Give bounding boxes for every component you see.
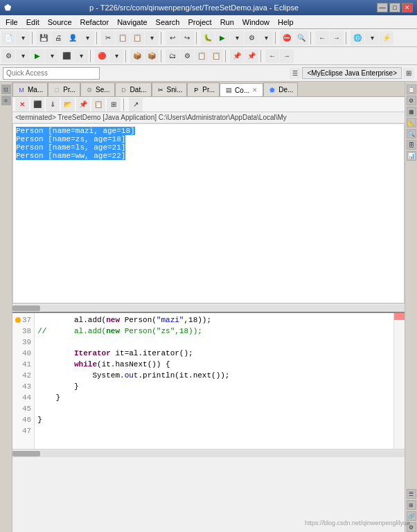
tab-se[interactable]: ⚙ Se... bbox=[80, 82, 115, 96]
toolbar2-btn8[interactable]: ▾ bbox=[109, 49, 123, 63]
toolbar2-btn4[interactable]: ▾ bbox=[45, 49, 59, 63]
menu-refactor[interactable]: Refactor bbox=[76, 17, 114, 28]
menu-run[interactable]: Run bbox=[216, 17, 238, 28]
tab-pr2[interactable]: P Pr... bbox=[187, 82, 220, 96]
menu-help[interactable]: Help bbox=[274, 17, 298, 28]
rs-icon-7[interactable]: 📊 bbox=[407, 151, 416, 161]
menu-file[interactable]: File bbox=[1, 17, 22, 28]
toolbar-btn17[interactable]: ▾ bbox=[259, 31, 273, 45]
debug-button[interactable]: 🐛 bbox=[201, 31, 215, 45]
toolbar-btn12[interactable]: ↪ bbox=[180, 31, 194, 45]
toolbar-btn21[interactable]: → bbox=[330, 31, 344, 45]
tab-de[interactable]: ⬟ De... bbox=[263, 82, 298, 96]
toolbar-btn18[interactable]: ⛔ bbox=[280, 31, 294, 45]
center-panel: M Ma... □ Pr... ⚙ Se... D Dat... ✂ Sni..… bbox=[12, 82, 405, 532]
toolbar2-btn6[interactable]: ▾ bbox=[74, 49, 88, 63]
toolbar2-btn13[interactable]: 📋 bbox=[195, 49, 208, 63]
toolbar-btn8[interactable]: 📋 bbox=[116, 31, 130, 45]
tab-dat[interactable]: D Dat... bbox=[115, 82, 152, 96]
left-icon-1[interactable]: ⊡ bbox=[1, 85, 11, 94]
tab-sni[interactable]: ✂ Sni... bbox=[152, 82, 188, 96]
toolbar-btn20[interactable]: ← bbox=[315, 31, 329, 45]
console-btn6[interactable]: 📋 bbox=[91, 98, 105, 112]
toolbar2-btn16[interactable]: 📌 bbox=[245, 49, 258, 63]
toolbar2-btn9[interactable]: 📦 bbox=[130, 49, 144, 63]
console-scroll-lock-btn[interactable]: ⇓ bbox=[46, 98, 60, 112]
quick-access-input[interactable] bbox=[3, 67, 100, 80]
console-hscroll[interactable] bbox=[12, 303, 405, 312]
code-scroll[interactable]: 37 38 39 40 41 42 43 44 45 46 47 al.add( bbox=[12, 313, 405, 449]
rs-icon-4[interactable]: 📐 bbox=[407, 118, 416, 127]
toolbar-btn11[interactable]: ↩ bbox=[166, 31, 179, 45]
toolbar-btn10[interactable]: ▾ bbox=[145, 31, 159, 45]
toolbar-btn4[interactable]: 🖨 bbox=[51, 31, 65, 45]
toolbar-btn19[interactable]: 🔍 bbox=[294, 31, 308, 45]
rs-icon-8[interactable]: ☰ bbox=[407, 489, 416, 499]
toolbar2-btn3[interactable]: ▶ bbox=[30, 49, 44, 63]
console-btn7[interactable]: ⊞ bbox=[107, 98, 121, 112]
toolbar-btn23[interactable]: ▾ bbox=[365, 31, 379, 45]
toolbar-btn15[interactable]: ▾ bbox=[230, 31, 244, 45]
toolbar2-btn14[interactable]: 📋 bbox=[209, 49, 223, 63]
toolbar-btn5[interactable]: 👤 bbox=[66, 31, 80, 45]
left-icon-2[interactable]: ≡ bbox=[1, 96, 11, 105]
code-line-42: System.out.println(it.next()); bbox=[37, 370, 391, 381]
toolbar2-btn12[interactable]: ⚙ bbox=[180, 49, 194, 63]
menu-window[interactable]: Window bbox=[238, 17, 274, 28]
menu-edit[interactable]: Edit bbox=[22, 17, 44, 28]
toolbar2-btn17[interactable]: ← bbox=[265, 49, 279, 63]
toolbar-btn22[interactable]: 🌐 bbox=[351, 31, 364, 45]
code-hscroll-thumb[interactable] bbox=[12, 451, 40, 456]
toolbar2-btn15[interactable]: 📌 bbox=[230, 49, 244, 63]
toolbar-btn7[interactable]: ✂ bbox=[101, 31, 115, 45]
toolbar-btn24[interactable]: ⚡ bbox=[380, 31, 393, 45]
tab-pr-icon: □ bbox=[53, 86, 61, 94]
run-button[interactable]: ▶ bbox=[215, 31, 229, 45]
menu-source[interactable]: Source bbox=[44, 17, 76, 28]
perspective-btn-icon[interactable]: ⊞ bbox=[403, 68, 414, 79]
console-btn8[interactable]: ↗ bbox=[129, 98, 143, 112]
menu-project[interactable]: Project bbox=[184, 17, 215, 28]
rs-icon-6[interactable]: 🗄 bbox=[407, 140, 416, 150]
tab-co-close[interactable]: ✕ bbox=[251, 87, 258, 94]
toolbar-btn2[interactable]: ▾ bbox=[16, 31, 30, 45]
toolbar2-btn1[interactable]: ⚙ bbox=[1, 49, 15, 63]
code-hscroll-track[interactable] bbox=[12, 450, 405, 457]
tab-pr[interactable]: □ Pr... bbox=[48, 82, 80, 96]
rs-icon-2[interactable]: ⚙ bbox=[407, 96, 416, 105]
tab-co[interactable]: ▤ Co... ✕ bbox=[220, 83, 263, 97]
rs-icon-3[interactable]: ▦ bbox=[407, 107, 416, 116]
console-open-file-btn[interactable]: 📂 bbox=[61, 98, 75, 112]
rs-icon-9[interactable]: ⊞ bbox=[407, 500, 416, 510]
rs-icon-1[interactable]: 📋 bbox=[407, 85, 416, 94]
console-hscroll-track[interactable] bbox=[12, 305, 405, 312]
toolbar2-btn2[interactable]: ▾ bbox=[16, 49, 30, 63]
menu-search[interactable]: Search bbox=[152, 17, 184, 28]
console-pin-btn[interactable]: 📌 bbox=[76, 98, 90, 112]
console-clear-btn[interactable]: ✕ bbox=[15, 98, 29, 112]
toolbar-btn6[interactable]: ▾ bbox=[80, 31, 94, 45]
rs-icon-5[interactable]: 🔍 bbox=[407, 129, 416, 139]
maximize-button[interactable]: □ bbox=[389, 3, 400, 12]
tab-ma-label: Ma... bbox=[28, 86, 43, 94]
console-hscroll-thumb[interactable] bbox=[12, 305, 40, 311]
menu-navigate[interactable]: Navigate bbox=[113, 17, 151, 28]
save-button[interactable]: 💾 bbox=[37, 31, 51, 45]
code-lines[interactable]: al.add(new Person("mazi",18)); // al.add… bbox=[35, 313, 393, 449]
console-stop-btn[interactable]: ⬛ bbox=[30, 98, 44, 112]
close-button[interactable]: ✕ bbox=[402, 3, 413, 12]
tab-ma[interactable]: M Ma... bbox=[12, 82, 48, 96]
toolbar2-btn7[interactable]: 🔴 bbox=[95, 49, 109, 63]
new-button[interactable]: 📄 bbox=[1, 31, 15, 45]
perspective-icon[interactable]: ☰ bbox=[290, 68, 301, 79]
toolbar2-btn18[interactable]: → bbox=[280, 49, 294, 63]
sep6 bbox=[310, 32, 313, 44]
toolbar-btn16[interactable]: ⚙ bbox=[245, 31, 258, 45]
toolbar2-btn10[interactable]: 📦 bbox=[145, 49, 159, 63]
toolbar2-btn11[interactable]: 🗂 bbox=[166, 49, 179, 63]
code-hscroll[interactable] bbox=[12, 449, 405, 457]
minimize-button[interactable]: — bbox=[377, 3, 388, 12]
toolbar-btn9[interactable]: 📋 bbox=[130, 31, 144, 45]
perspective-label[interactable]: <MyEclipse Java Enterprise> bbox=[302, 67, 402, 79]
toolbar2-btn5[interactable]: ⬛ bbox=[60, 49, 73, 63]
